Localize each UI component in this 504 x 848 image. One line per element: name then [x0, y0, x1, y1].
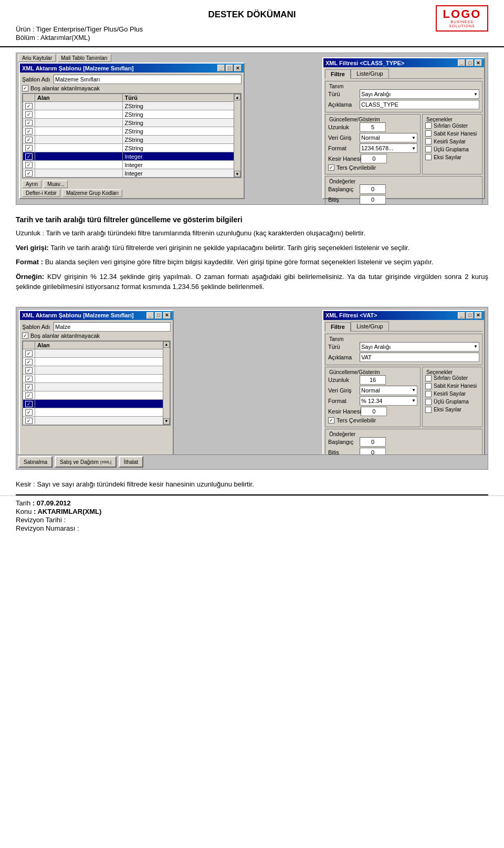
- dialog-left2-title: XML Aktarım Şablonu [Malzeme Sınıfları]: [22, 312, 134, 318]
- bos-alanlar2-checkbox[interactable]: [22, 333, 28, 339]
- table-row[interactable]: ✓ Integer: [23, 169, 241, 178]
- table-row[interactable]: ✓ ZString: [23, 144, 241, 152]
- turu2-combo[interactable]: Sayı Aralığı ▼: [360, 342, 479, 351]
- sifirlari-goster2-cb[interactable]: [425, 375, 432, 381]
- ayrın-btn[interactable]: Ayrın: [22, 180, 41, 188]
- taskbar-ithalat[interactable]: İthalat: [119, 456, 143, 468]
- scroll-down[interactable]: ▼: [234, 171, 240, 177]
- table-row[interactable]: ✓ Integer: [23, 152, 241, 161]
- heading-1: Tarih ve tarih aralığı türü filtreler gü…: [16, 215, 488, 224]
- table-row[interactable]: ✓: [23, 374, 170, 382]
- sablon2-input[interactable]: Malze: [54, 322, 171, 332]
- sabit-kesir2-cb[interactable]: [425, 383, 432, 389]
- ters-cevrilebilir2-checkbox[interactable]: [328, 417, 334, 423]
- top-btn-mali[interactable]: Mali Tablo Tanımları: [57, 54, 111, 62]
- scroll2-down[interactable]: ▼: [163, 418, 170, 425]
- l2-close-btn[interactable]: ✕: [163, 312, 171, 319]
- uclu-gruplama-cb[interactable]: [425, 146, 432, 152]
- table-row[interactable]: ✓ ZString: [23, 110, 241, 119]
- tab-filtre[interactable]: Filtre: [325, 69, 351, 79]
- r-minimize-btn[interactable]: _: [458, 59, 465, 66]
- update-options-row2: Güncelleme/Gösterim Uzunluk 16 Veri Giri…: [325, 367, 482, 427]
- aciklama2-input[interactable]: VAT: [360, 353, 479, 362]
- maximize-btn[interactable]: □: [226, 65, 233, 71]
- r-maximize-btn[interactable]: □: [466, 59, 474, 66]
- table-row[interactable]: ✓ ZString: [23, 136, 241, 144]
- sablon-input[interactable]: Malzeme Sınıfları: [54, 75, 242, 84]
- table-row[interactable]: ✓: [23, 391, 170, 399]
- tab2-liste-grup[interactable]: Liste/Grup: [351, 322, 389, 331]
- content-section-1: Tarih ve tarih aralığı türü filtreler gü…: [0, 210, 504, 302]
- bitis-input[interactable]: 0: [360, 195, 386, 204]
- table-row[interactable]: ✓: [23, 416, 170, 425]
- uclu-gruplama2-cb[interactable]: [425, 399, 432, 405]
- scroll2-up[interactable]: ▲: [163, 342, 170, 348]
- taskbar-satis[interactable]: Satış ve Dağıtım [XML]: [55, 456, 117, 468]
- kesirli-sayilar2-cb[interactable]: [425, 391, 432, 397]
- turu-combo[interactable]: Sayı Aralığı ▼: [360, 89, 479, 99]
- defter-btn[interactable]: Defter-i Kebir: [22, 189, 60, 197]
- sifirlari-goster-cb[interactable]: [425, 122, 432, 129]
- urun-value: : Tiger Enterprise/Tiger Plus/Go Plus: [33, 25, 143, 33]
- uzunluk2-input[interactable]: 16: [360, 375, 386, 385]
- veri-giris2-combo[interactable]: Normal ▼: [360, 386, 417, 395]
- turu2-label: Türü: [328, 344, 360, 350]
- table-row[interactable]: ✓: [23, 349, 170, 357]
- l2-maximize-btn[interactable]: □: [155, 312, 162, 319]
- tab-liste-grup[interactable]: Liste/Grup: [351, 69, 389, 78]
- scroll-up[interactable]: ▲: [234, 94, 240, 100]
- r2-minimize-btn[interactable]: _: [458, 312, 465, 319]
- kesirli-sayilar-label: Kesirli Sayılar: [434, 139, 466, 144]
- r2-close-btn[interactable]: ✕: [475, 312, 482, 319]
- sabit-kesir-cb[interactable]: [425, 130, 432, 137]
- footer-section: Tarih : 07.09.2012 Konu : AKTARIMLAR(XML…: [0, 495, 504, 536]
- top-btn-ariu[interactable]: Ariu Kaytular: [18, 54, 56, 62]
- format-combo[interactable]: 1234.5678... ▼: [360, 143, 417, 153]
- bolum-value: : Aktarımlar(XML): [37, 34, 90, 42]
- baslangic2-input[interactable]: 0: [360, 437, 386, 447]
- kesir-hanesi2-input[interactable]: 0: [361, 407, 387, 416]
- eksi-sayilar-cb[interactable]: [425, 154, 432, 160]
- filter-tabs: Filtre Liste/Grup: [325, 69, 482, 79]
- table2-wrapper: Alan ✓ ✓ ✓ ✓ ✓ ✓ ✓ ✓ ✓: [22, 340, 171, 426]
- taskbar-satinalma[interactable]: Satınalma: [18, 456, 52, 468]
- bos-alanlar-checkbox[interactable]: [22, 85, 28, 91]
- table-row[interactable]: ✓: [23, 366, 170, 374]
- kesirli-sayilar2-label: Kesirli Sayılar: [434, 391, 466, 397]
- mua-btn[interactable]: Muav...: [44, 180, 68, 188]
- tab2-filtre[interactable]: Filtre: [325, 322, 351, 332]
- sablon2-label: Şablon Adı: [22, 324, 54, 330]
- r2-maximize-btn[interactable]: □: [466, 312, 474, 319]
- aciklama-input[interactable]: CLASS_TYPE: [360, 100, 479, 109]
- kesir-hanesi-input[interactable]: 0: [361, 154, 387, 163]
- table-row[interactable]: ✓ ZString: [23, 102, 241, 110]
- close-btn[interactable]: ✕: [234, 65, 242, 71]
- tarih-value: : 07.09.2012: [33, 499, 71, 507]
- veri-giris-combo[interactable]: Normal ▼: [360, 133, 417, 142]
- baslangic-label: Başlangıç: [328, 186, 360, 192]
- table-row[interactable]: ✓: [23, 382, 170, 391]
- table-row[interactable]: ✓: [23, 408, 170, 416]
- secenekler2-label: Seçenekler: [425, 369, 454, 375]
- table-row[interactable]: ✓: [23, 357, 170, 366]
- baslangic-input[interactable]: 0: [360, 184, 386, 194]
- dialog-left-actions: Ayrın Muav...: [22, 180, 242, 188]
- table-row[interactable]: ✓ Integer: [23, 161, 241, 169]
- minimize-btn[interactable]: _: [217, 65, 225, 71]
- l2-minimize-btn[interactable]: _: [146, 312, 154, 319]
- revizyon-no-label: Revizyon Numarası: [16, 524, 75, 532]
- scrollbar-1[interactable]: ▲ ▼: [234, 94, 241, 178]
- para-3: Format : Bu alanda seçilen veri girişine…: [16, 257, 488, 267]
- scrollbar-2[interactable]: ▲ ▼: [163, 341, 170, 425]
- malzeme-btn[interactable]: Malzeme Grup Kodları: [62, 189, 122, 197]
- format2-combo[interactable]: % 12.34 ▼: [360, 396, 417, 406]
- eksi-sayilar2-cb[interactable]: [425, 407, 432, 413]
- table-row[interactable]: ✓ ZString: [23, 127, 241, 136]
- format-label: Format: [328, 145, 360, 151]
- kesirli-sayilar-cb[interactable]: [425, 138, 432, 144]
- uzunluk-input[interactable]: 5: [360, 122, 386, 132]
- table-row[interactable]: ✓: [23, 399, 170, 408]
- ters-cevrilebilir-checkbox[interactable]: [328, 164, 334, 171]
- r-close-btn[interactable]: ✕: [475, 59, 482, 66]
- table-row[interactable]: ✓ ZString: [23, 119, 241, 127]
